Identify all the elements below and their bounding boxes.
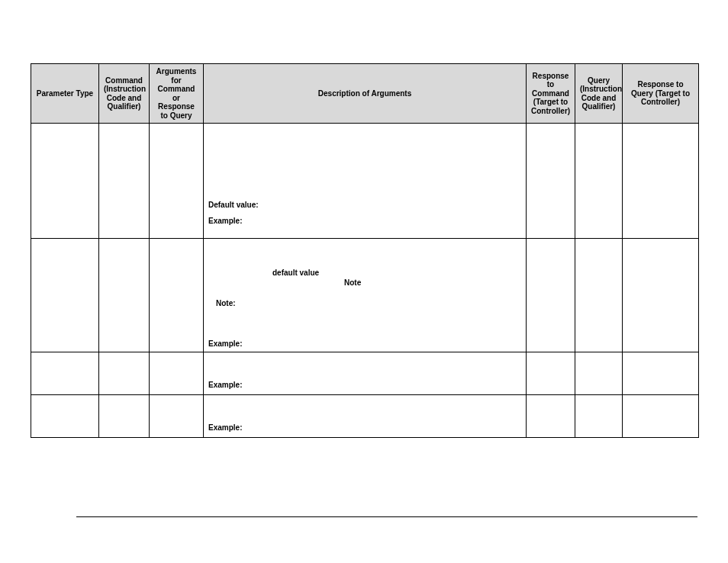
th-response-query: Response to Query (Target to Controller) <box>623 64 699 124</box>
footer-rule <box>76 516 697 517</box>
cell <box>99 352 150 395</box>
cell <box>527 352 575 395</box>
table-row: Example: <box>31 352 699 395</box>
th-query: Query (Instruction Code and Qualifier) <box>575 64 623 124</box>
cell <box>150 124 204 239</box>
table-row: default valueNoteNote:Example: <box>31 239 699 352</box>
cell <box>527 395 575 438</box>
cell <box>527 239 575 352</box>
th-response-command: Response to Command (Target to Controlle… <box>527 64 575 124</box>
desc-line: Example: <box>208 423 521 433</box>
desc-line: Example: <box>208 216 521 226</box>
th-parameter-type: Parameter Type <box>31 64 99 124</box>
desc-line: Example: <box>208 380 521 390</box>
desc-line: Default value: <box>208 200 521 210</box>
cell <box>150 395 204 438</box>
command-table: Parameter Type Command (Instruction Code… <box>31 63 699 438</box>
desc-line: Note: <box>208 298 521 308</box>
cell: Example: <box>204 352 527 395</box>
cell <box>623 352 699 395</box>
cell <box>150 352 204 395</box>
cell <box>623 239 699 352</box>
cell <box>575 239 623 352</box>
th-arguments: Arguments for Command or Response to Que… <box>150 64 204 124</box>
cell <box>575 124 623 239</box>
cell <box>575 395 623 438</box>
desc-line: Example: <box>208 339 521 349</box>
desc-line: default value <box>208 268 521 278</box>
cell: Example: <box>204 395 527 438</box>
cell <box>31 395 99 438</box>
cell <box>527 124 575 239</box>
cell <box>31 124 99 239</box>
desc-line: Note <box>208 278 521 288</box>
cell <box>623 124 699 239</box>
table-row: Example: <box>31 395 699 438</box>
cell <box>99 395 150 438</box>
th-command: Command (Instruction Code and Qualifier) <box>99 64 150 124</box>
cell <box>31 352 99 395</box>
table-row: Default value:Example: <box>31 124 699 239</box>
cell: default valueNoteNote:Example: <box>204 239 527 352</box>
cell <box>150 239 204 352</box>
cell <box>575 352 623 395</box>
th-description: Description of Arguments <box>204 64 527 124</box>
cell <box>99 239 150 352</box>
cell <box>623 395 699 438</box>
cell <box>31 239 99 352</box>
cell: Default value:Example: <box>204 124 527 239</box>
cell <box>99 124 150 239</box>
